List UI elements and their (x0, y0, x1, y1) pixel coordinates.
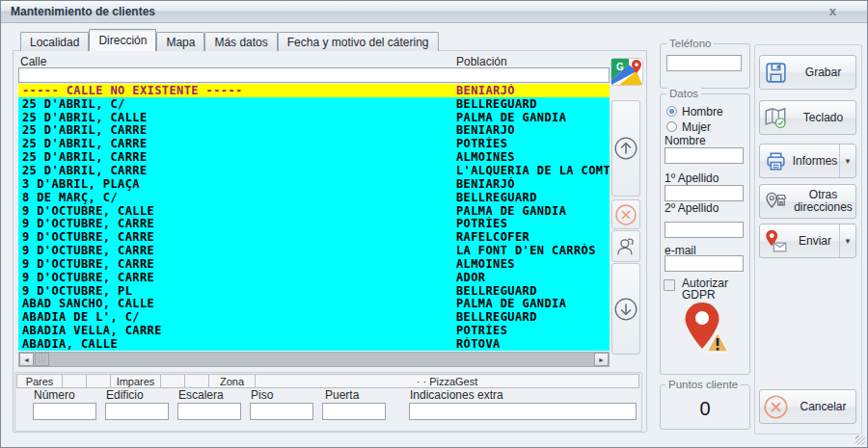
cancelar-button[interactable]: Cancelar (759, 389, 856, 424)
list-row[interactable]: 9 D'OCTUBRE, CARREALMOINES (18, 257, 610, 271)
list-row[interactable]: 8 DE MARÇ, C/BELLREGUARD (18, 191, 610, 204)
list-row[interactable]: 9 D'OCTUBRE, CALLEPALMA DE GANDIA (18, 204, 610, 218)
list-row[interactable]: ABADIA, CALLERÓTOVA (18, 337, 610, 351)
row-poblacion: BELLREGUARD (456, 310, 537, 324)
list-row[interactable]: 9 D'OCTUBRE, CARREPOTRÍES (18, 217, 610, 230)
pares-value-cell (63, 374, 87, 388)
zona-label: Zona (209, 374, 256, 388)
tab-mas-datos[interactable]: Más datos (204, 32, 277, 51)
row-poblacion: BENIARJÓ (456, 177, 515, 191)
close-icon[interactable]: x (829, 4, 836, 18)
list-row[interactable]: 25 D'ABRIL, CARREALMOINES (18, 150, 610, 164)
informes-dropdown-icon[interactable]: ▼ (839, 145, 855, 177)
otras-direcciones-button[interactable]: Otrasdirecciones (759, 184, 856, 219)
printer-icon (760, 149, 791, 173)
list-row[interactable]: ABAD SANCHO, CALLEPALMA DE GANDIA (18, 298, 610, 311)
row-poblacion: BELLREGUARD (456, 284, 537, 298)
tab-direccion[interactable]: Dirección (89, 29, 156, 51)
row-poblacion: ADOR (456, 271, 486, 284)
list-row[interactable]: ABADIA VELLA, CARREPOTRÍES (18, 324, 610, 337)
list-row[interactable]: 3 D'ABRIL, PLAÇABENIARJÓ (18, 177, 610, 191)
row-calle: 9 D'OCTUBRE, CARRE (22, 230, 154, 244)
person-icon (613, 234, 638, 259)
gdpr-checkbox[interactable] (664, 279, 675, 291)
row-poblacion: ALMOINES (456, 150, 515, 164)
street-search-input[interactable] (18, 67, 610, 83)
street-list[interactable]: ----- CALLE NO EXISTENTE -----BENIARJÓ25… (18, 84, 610, 351)
enviar-button[interactable]: Enviar ▼ (759, 224, 856, 258)
row-calle: 9 D'OCTUBRE, CARRE (22, 244, 154, 257)
row-calle: ----- CALLE NO EXISTENTE ----- (22, 84, 243, 97)
row-calle: ABADIA, CALLE (22, 337, 118, 351)
tab-strip: Localidad Dirección Mapa Más datos Fecha… (20, 31, 439, 51)
move-up-button[interactable] (611, 100, 640, 197)
mujer-radio[interactable] (666, 121, 677, 132)
gdpr-label-line2: GDPR (682, 288, 716, 302)
google-maps-button[interactable]: G (610, 58, 643, 86)
horizontal-scrollbar[interactable]: ◄ ► (18, 352, 610, 367)
up-arrow-icon (613, 136, 638, 161)
zone-bar: Pares Impares Zona · · PizzaGest (16, 374, 639, 388)
apellido1-input[interactable] (665, 185, 744, 201)
list-row[interactable]: 25 D'ABRIL, CARREBENIARJÓ (18, 124, 610, 138)
scrollbar-track[interactable] (49, 353, 594, 366)
customer-button[interactable] (611, 230, 640, 262)
pares-value-cell (87, 374, 111, 388)
nombre-input[interactable] (665, 147, 744, 164)
list-row[interactable]: ABADIA DE L', C/BELLREGUARD (18, 310, 610, 324)
list-row[interactable]: 25 D'ABRIL, CARREPOTRÍES (18, 137, 610, 150)
row-calle: 9 D'OCTUBRE, PL (22, 284, 132, 298)
resize-grip[interactable] (855, 435, 865, 445)
teclado-button[interactable]: Teclado (759, 100, 856, 135)
list-row[interactable]: 9 D'OCTUBRE, CARRELA FONT D'EN CARRÒS (18, 244, 610, 257)
grabar-button[interactable]: Grabar (759, 55, 856, 90)
row-poblacion: PALMA DE GANDIA (456, 204, 566, 218)
scroll-right-icon[interactable]: ► (594, 353, 609, 366)
hombre-radio-label: Hombre (682, 105, 723, 119)
list-row[interactable]: 9 D'OCTUBRE, CARREADOR (18, 271, 610, 284)
email-input[interactable] (665, 255, 744, 272)
datos-group-label: Datos (666, 88, 701, 99)
row-poblacion: PALMA DE GANDIA (456, 111, 566, 124)
piso-input[interactable] (250, 403, 313, 420)
numero-input[interactable] (33, 403, 96, 420)
row-calle: 8 DE MARÇ, C/ (22, 191, 118, 204)
hombre-radio[interactable] (666, 106, 677, 117)
enviar-button-label: Enviar (791, 235, 839, 248)
escalera-input[interactable] (177, 403, 241, 420)
row-calle: 25 D'ABRIL, CALLE (22, 111, 148, 124)
indicaciones-extra-input[interactable] (409, 403, 637, 420)
tab-label: Más datos (214, 36, 267, 49)
teclado-button-label: Teclado (791, 112, 855, 124)
window-title: Mantenimiento de clientes (11, 5, 155, 18)
indicaciones-extra-label: Indicaciones extra (410, 388, 503, 402)
list-row[interactable]: 25 D'ABRIL, C/BELLREGUARD (18, 97, 610, 111)
edificio-input[interactable] (105, 403, 169, 420)
list-row[interactable]: 25 D'ABRIL, CALLEPALMA DE GANDIA (18, 111, 610, 124)
row-calle: ABAD SANCHO, CALLE (22, 298, 154, 311)
pares-label: Pares (16, 374, 63, 388)
move-down-button[interactable] (611, 263, 640, 355)
scrollbar-thumb[interactable] (35, 353, 49, 366)
zone-brand-cell: · · PizzaGest (256, 374, 639, 388)
clear-selection-button[interactable] (611, 199, 640, 229)
row-calle: 3 D'ABRIL, PLAÇA (22, 177, 140, 191)
list-row[interactable]: 9 D'OCTUBRE, CARRERAFELCOFER (18, 230, 610, 244)
tab-label: Dirección (98, 34, 147, 47)
puerta-input[interactable] (322, 403, 386, 420)
row-poblacion: RAFELCOFER (456, 230, 529, 244)
apellido2-input[interactable] (665, 222, 744, 238)
list-row[interactable]: ----- CALLE NO EXISTENTE -----BENIARJÓ (18, 84, 610, 97)
list-row[interactable]: 9 D'OCTUBRE, PLBELLREGUARD (18, 284, 610, 298)
telefono-input[interactable] (666, 55, 742, 71)
tab-localidad[interactable]: Localidad (20, 32, 89, 51)
row-poblacion: L'ALQUERIA DE LA COMTI (456, 164, 610, 177)
tab-mapa[interactable]: Mapa (156, 32, 204, 51)
row-calle: 25 D'ABRIL, CARRE (22, 137, 148, 150)
scroll-left-icon[interactable]: ◄ (19, 353, 34, 366)
informes-button[interactable]: Informes ▼ (759, 144, 856, 178)
tab-fecha-motivo-catering[interactable]: Fecha y motivo del cátering (278, 32, 439, 51)
enviar-dropdown-icon[interactable]: ▼ (839, 224, 855, 257)
list-row[interactable]: 25 D'ABRIL, CARREL'ALQUERIA DE LA COMTI (18, 164, 610, 177)
puntos-cliente-value: 0 (660, 398, 750, 420)
